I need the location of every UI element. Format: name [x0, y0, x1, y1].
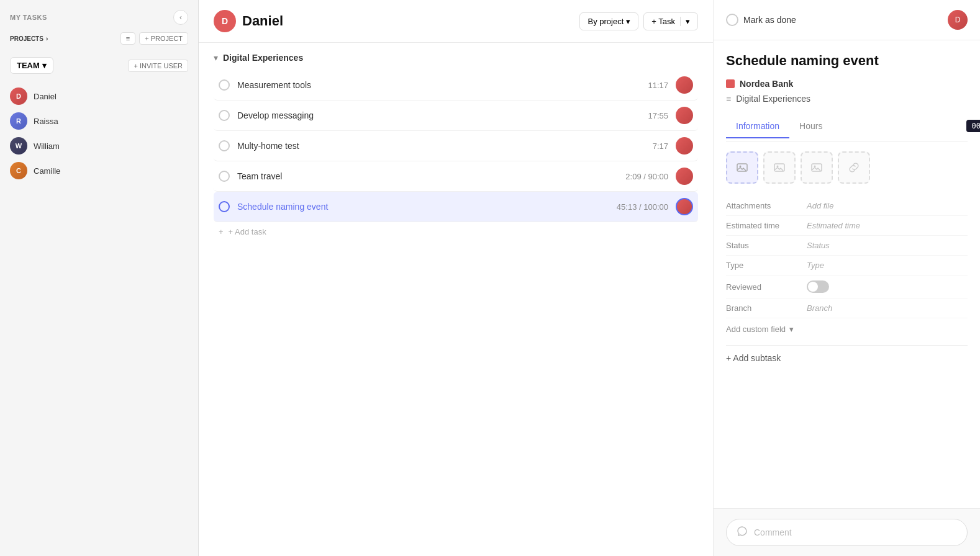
reviewed-toggle[interactable]: [807, 280, 829, 293]
mark-as-done-button[interactable]: Mark as done: [726, 14, 796, 26]
task-time-2: 17:55: [648, 111, 668, 120]
task-name-4: Team travel: [237, 171, 625, 181]
image-icon-3: [810, 161, 823, 174]
my-tasks-label: MY TASKS: [10, 14, 47, 21]
field-label-status: Status: [726, 241, 807, 250]
task-checkbox-2[interactable]: [219, 110, 230, 121]
field-value-branch[interactable]: Branch: [807, 303, 968, 313]
table-row[interactable]: Develop messaging 17:55: [214, 101, 698, 131]
tab-information[interactable]: Information: [726, 116, 789, 138]
task-name-5: Schedule naming event: [237, 202, 617, 212]
add-subtask-button[interactable]: + Add subtask: [726, 345, 968, 370]
info-tabs-bar: Information Hours 00:00 ▶: [726, 114, 968, 141]
task-time-3: 7:17: [653, 141, 668, 151]
task-avatar-1: [676, 76, 693, 94]
invite-user-button[interactable]: + INVITE USER: [128, 60, 188, 72]
task-avatar-5: [676, 198, 693, 215]
task-checkbox-1[interactable]: [219, 79, 230, 91]
add-task-row[interactable]: + + Add task: [214, 222, 698, 241]
avatar-william: W: [10, 137, 27, 155]
sidebar-item-camille[interactable]: C Camille: [5, 158, 193, 183]
avatar-raissa: R: [10, 112, 27, 130]
timer-display: 00:00: [966, 120, 980, 132]
member-name-daniel: Daniel: [34, 92, 57, 101]
attachment-image-button-3[interactable]: [801, 151, 833, 184]
projects-label[interactable]: PROJECTS ›: [10, 35, 48, 42]
task-checkbox-5[interactable]: [219, 201, 230, 212]
member-name-william: William: [34, 141, 60, 151]
comment-area: [714, 508, 980, 556]
table-row-selected[interactable]: Schedule naming event 45:13 / 100:00: [214, 192, 698, 222]
panel-header: Mark as done D: [714, 0, 980, 40]
attachment-link-button[interactable]: [838, 151, 870, 184]
main-content: D Daniel By project ▾ + Task ▾ ▾ Digital…: [199, 0, 713, 556]
panel-content: Schedule naming event Nordea Bank ≡ Digi…: [714, 40, 980, 508]
field-row-estimated-time: Estimated time Estimated time: [726, 216, 968, 236]
comment-input[interactable]: [754, 527, 957, 537]
sidebar-collapse-button[interactable]: ‹: [173, 10, 188, 25]
attachment-area: [726, 151, 968, 184]
image-icon: [736, 161, 748, 174]
project-color-indicator: [726, 79, 735, 88]
task-name-1: Measurement tools: [237, 80, 648, 90]
team-members-list: D Daniel R Raissa W William C Camille: [0, 84, 198, 183]
comment-input-wrap: [726, 519, 968, 546]
table-row[interactable]: Multy-home test 7:17: [214, 131, 698, 161]
plus-icon: +: [219, 227, 224, 236]
field-value-status[interactable]: Status: [807, 241, 968, 250]
user-title: D Daniel: [214, 10, 283, 32]
comment-icon: [737, 526, 748, 539]
main-header: D Daniel By project ▾ + Task ▾: [199, 0, 713, 43]
chevron-down-icon: ▾: [626, 17, 630, 26]
right-panel: Mark as done D Schedule naming event Nor…: [713, 0, 980, 556]
team-dropdown-button[interactable]: TEAM ▾: [10, 57, 53, 74]
task-avatar-3: [676, 137, 693, 155]
field-row-attachments: Attachments Add file: [726, 196, 968, 216]
group-toggle-icon[interactable]: ▾: [214, 53, 218, 63]
mark-done-circle-icon: [726, 14, 738, 26]
field-value-estimated[interactable]: Estimated time: [807, 221, 968, 230]
by-project-button[interactable]: By project ▾: [579, 12, 638, 30]
sidebar-item-daniel[interactable]: D Daniel: [5, 84, 193, 109]
group-name: Digital Experiences: [223, 53, 303, 63]
task-list: ▾ Digital Experiences Measurement tools …: [199, 43, 713, 556]
panel-section: ≡ Digital Experiences: [726, 94, 968, 104]
field-label-type: Type: [726, 261, 807, 270]
group-header: ▾ Digital Experiences: [214, 53, 698, 63]
attachment-image-button-1[interactable]: [726, 151, 758, 184]
member-name-camille: Camille: [34, 166, 60, 176]
chevron-down-icon: ▾: [789, 325, 794, 334]
header-actions: By project ▾ + Task ▾: [579, 12, 698, 30]
task-checkbox-4[interactable]: [219, 171, 230, 182]
list-view-button[interactable]: ≡: [120, 32, 135, 45]
task-time-4: 2:09 / 90:00: [625, 172, 668, 181]
team-header-row: TEAM ▾ + INVITE USER: [0, 52, 198, 79]
task-avatar-4: [676, 168, 693, 185]
field-value-type[interactable]: Type: [807, 261, 968, 270]
task-avatar-2: [676, 107, 693, 124]
field-value-attachments[interactable]: Add file: [807, 201, 968, 210]
tab-hours[interactable]: Hours 00:00 ▶: [789, 114, 980, 141]
sidebar-item-william[interactable]: W William: [5, 133, 193, 158]
sidebar-project-actions: ≡ + PROJECT: [120, 32, 188, 45]
task-checkbox-3[interactable]: [219, 140, 230, 151]
add-project-button[interactable]: + PROJECT: [139, 32, 188, 45]
image-icon-2: [773, 161, 786, 174]
field-row-type: Type Type: [726, 256, 968, 276]
table-row[interactable]: Team travel 2:09 / 90:00: [214, 161, 698, 192]
attachment-image-button-2[interactable]: [763, 151, 796, 184]
header-avatar: D: [214, 10, 236, 32]
table-row[interactable]: Measurement tools 11:17: [214, 70, 698, 101]
sidebar-item-raissa[interactable]: R Raissa: [5, 109, 193, 133]
task-name-3: Multy-home test: [237, 141, 653, 151]
task-time-5: 45:13 / 100:00: [617, 202, 668, 212]
member-name-raissa: Raissa: [34, 117, 58, 126]
add-task-chevron-icon: ▾: [680, 17, 690, 26]
add-custom-field-button[interactable]: Add custom field ▾: [726, 318, 968, 340]
add-task-button[interactable]: + Task ▾: [643, 12, 698, 30]
field-label-attachments: Attachments: [726, 201, 807, 210]
field-label-branch: Branch: [726, 303, 807, 313]
panel-task-title: Schedule naming event: [726, 53, 968, 69]
sidebar-projects-row: PROJECTS › ≡ + PROJECT: [0, 32, 198, 52]
sidebar-header: MY TASKS ‹: [0, 10, 198, 32]
